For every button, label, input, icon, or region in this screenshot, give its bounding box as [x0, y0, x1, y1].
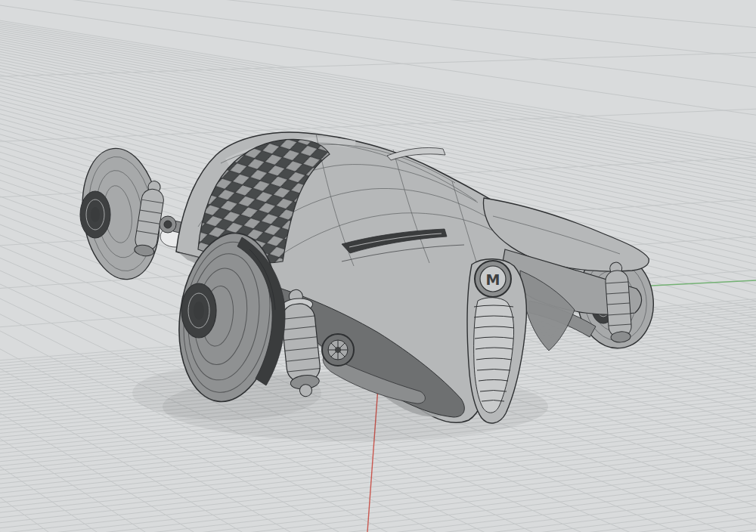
roof-fin [387, 147, 445, 160]
hub-center [91, 207, 100, 222]
ball-joint-center [164, 221, 172, 228]
viewport-3d[interactable]: M [0, 0, 756, 532]
ball-joint-disc[interactable] [322, 334, 354, 366]
hub-center [194, 302, 204, 320]
scene-canvas[interactable]: M [0, 0, 756, 532]
joint-center [335, 347, 341, 353]
badge-logo: M [486, 271, 500, 288]
